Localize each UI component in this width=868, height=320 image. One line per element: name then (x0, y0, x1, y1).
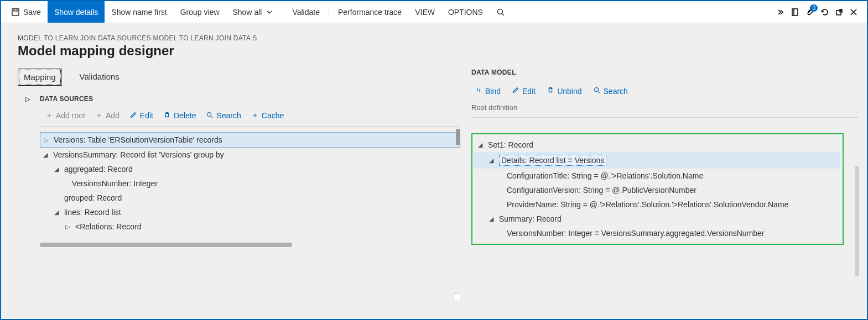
tree-label: lines: Record list (64, 208, 121, 217)
tree-row[interactable]: ◢ lines: Record list (40, 205, 460, 219)
attach-button[interactable]: 0 (805, 7, 815, 17)
search-icon (496, 8, 505, 17)
tree-row[interactable]: VersionsNumber: Integer = VersionsSummar… (474, 226, 840, 240)
data-model-actions: Bind Edit Unbind Search (471, 84, 858, 101)
performance-trace-button[interactable]: Performance trace (331, 1, 408, 23)
dm-edit-label: Edit (522, 87, 536, 96)
chevron-down-icon[interactable]: ◢ (53, 166, 60, 173)
tree-label: Set1: Record (488, 140, 533, 149)
tree-row[interactable]: ▷ <Relations: Record (40, 219, 460, 234)
separator (329, 6, 329, 18)
tree-row[interactable]: grouped: Record (40, 191, 460, 205)
pencil-icon (512, 86, 519, 96)
chevron-down-icon[interactable]: ◢ (42, 151, 49, 159)
chevron-right-icon[interactable]: ▷ (64, 223, 71, 230)
validate-button[interactable]: Validate (285, 1, 326, 23)
dm-edit-button[interactable]: Edit (512, 86, 536, 96)
view-label: VIEW (415, 8, 435, 17)
tree-row[interactable]: ◢ aggregated: Record (40, 162, 460, 176)
tree-row[interactable]: ConfigurationTitle: String = @.'>Relatio… (474, 169, 840, 183)
validate-label: Validate (292, 8, 320, 17)
scrollbar-horizontal[interactable] (40, 243, 292, 247)
chevron-right-icon[interactable]: ▷ (43, 137, 49, 144)
tree-row[interactable]: ◢ Set1: Record (474, 138, 840, 152)
chevron-down-icon[interactable]: ◢ (488, 157, 495, 164)
data-model-header: DATA MODEL (471, 69, 858, 84)
data-model-tree-highlighted: ◢ Set1: Record ◢ Details: Record list = … (471, 133, 844, 245)
tree-row[interactable]: ◢ Details: Record list = Versions (474, 152, 840, 169)
columns: Mapping Validations ▷ DATA SOURCES ＋ Add… (18, 69, 858, 318)
ds-search-button[interactable]: Search (206, 111, 241, 120)
view-button[interactable]: VIEW (408, 1, 441, 23)
scrollbar-vertical[interactable] (855, 166, 859, 276)
add-button[interactable]: ＋ Add (95, 111, 119, 120)
tree-row[interactable]: ProviderName: String = @.'>Relations'.So… (474, 197, 840, 212)
show-details-button[interactable]: Show details (48, 1, 105, 23)
scroll-corner (454, 293, 460, 301)
chevron-down-icon[interactable]: ◢ (53, 209, 60, 216)
toolbar: Save Show details Show name first Group … (1, 1, 867, 23)
toolbar-right: 0 (776, 7, 864, 17)
tree-row[interactable]: ◢ Summary: Record (474, 212, 840, 226)
add-root-button[interactable]: ＋ Add root (45, 111, 85, 120)
tree-row[interactable]: VersionsNumber: Integer (40, 176, 460, 191)
attach-badge: 0 (810, 4, 818, 12)
search-icon (206, 111, 214, 120)
trash-icon (163, 111, 171, 120)
unbind-button[interactable]: Unbind (547, 86, 581, 96)
bind-button[interactable]: Bind (475, 86, 501, 96)
toolbar-left: Save Show details Show name first Group … (4, 1, 512, 23)
plus-icon: ＋ (45, 111, 53, 120)
dm-search-button[interactable]: Search (593, 86, 628, 96)
unbind-label: Unbind (557, 87, 581, 96)
pencil-icon (129, 111, 137, 120)
popout-icon[interactable] (835, 8, 844, 17)
show-name-first-button[interactable]: Show name first (105, 1, 173, 23)
delete-button[interactable]: Delete (163, 111, 196, 120)
tree-label: Summary: Record (499, 214, 562, 223)
tree-row[interactable]: ◢ VersionsSummary: Record list 'Versions… (40, 148, 460, 162)
edit-button[interactable]: Edit (129, 111, 153, 120)
tab-validations[interactable]: Validations (80, 69, 119, 86)
breadcrumb: MODEL TO LEARN JOIN DATA SOURCES MODEL T… (18, 34, 858, 42)
edit-label: Edit (140, 111, 153, 120)
content: MODEL TO LEARN JOIN DATA SOURCES MODEL T… (1, 23, 867, 318)
dm-search-label: Search (604, 87, 628, 96)
scrollbar-vertical[interactable] (456, 129, 460, 145)
nav-icon[interactable] (776, 8, 785, 17)
tree-row[interactable]: ConfigurationVersion: String = @.PublicV… (474, 183, 840, 197)
divider (471, 117, 858, 118)
tree-label: VersionsSummary: Record list 'Versions' … (53, 150, 224, 159)
tree-label: grouped: Record (64, 193, 122, 202)
data-sources-header: ▷ DATA SOURCES (18, 91, 460, 108)
chevron-down-icon (265, 8, 274, 17)
refresh-icon[interactable] (820, 8, 829, 17)
chevron-down-icon[interactable]: ◢ (488, 216, 495, 223)
tree-label: VersionsNumber: Integer = VersionsSummar… (507, 229, 764, 238)
page-title: Model mapping designer (18, 43, 858, 59)
show-name-first-label: Show name first (111, 8, 167, 17)
show-all-button[interactable]: Show all (226, 1, 281, 23)
tree-row[interactable]: ▷ Versions: Table 'ERSolutionVersionTabl… (40, 132, 460, 148)
cache-button[interactable]: ＋ Cache (251, 111, 284, 120)
add-label: Add (106, 111, 119, 120)
ds-search-label: Search (216, 111, 241, 120)
right-column: DATA MODEL Bind Edit Unbind Search (471, 69, 858, 318)
tree-label: VersionsNumber: Integer (72, 179, 158, 188)
options-button[interactable]: OPTIONS (441, 1, 490, 23)
save-button[interactable]: Save (4, 1, 48, 23)
add-root-label: Add root (56, 111, 85, 120)
chevron-down-icon[interactable]: ◢ (477, 141, 484, 149)
office-icon[interactable] (791, 8, 799, 17)
toolbar-search-button[interactable] (490, 1, 512, 23)
data-sources-tree: ▷ Versions: Table 'ERSolutionVersionTabl… (40, 126, 460, 318)
root-definition-label: Root definition (471, 101, 858, 117)
bind-label: Bind (485, 87, 501, 96)
chevron-right-icon[interactable]: ▷ (24, 96, 31, 102)
group-view-button[interactable]: Group view (174, 1, 226, 23)
delete-label: Delete (174, 111, 196, 120)
tab-mapping[interactable]: Mapping (18, 69, 62, 86)
close-icon[interactable] (849, 8, 858, 17)
tree-label: ConfigurationTitle: String = @.'>Relatio… (507, 171, 703, 180)
performance-trace-label: Performance trace (338, 8, 402, 17)
